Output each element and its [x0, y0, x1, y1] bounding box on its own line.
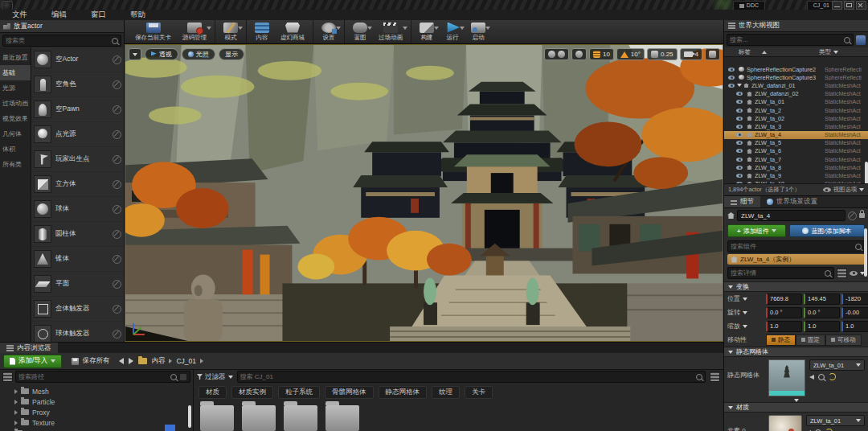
menu-item[interactable]: 窗口	[79, 10, 118, 20]
place-actors-search[interactable]	[2, 35, 121, 47]
search-components-input[interactable]	[731, 243, 853, 250]
visibility-eye-icon[interactable]	[736, 125, 743, 129]
splitter-grip[interactable]	[165, 425, 175, 431]
rotation-axis-value[interactable]: 0.0 °	[804, 307, 840, 318]
content-browser-tab[interactable]: 内容浏览器	[0, 343, 58, 353]
details-scrollbar[interactable]	[864, 228, 867, 277]
breadcrumb-root[interactable]: 内容	[151, 356, 165, 366]
static-mesh-thumbnail[interactable]	[768, 359, 805, 396]
rotation-axis-value[interactable]: 0.0 °	[766, 307, 802, 318]
toolbar-button[interactable]: 虚幻商城	[275, 20, 310, 43]
search-paths[interactable]	[15, 371, 190, 383]
viewport-mode-chip[interactable]: 显示	[219, 48, 244, 60]
location-axis-value[interactable]: -1820	[841, 293, 868, 305]
visibility-eye-icon[interactable]	[728, 76, 735, 80]
viewport-options-dropdown[interactable]	[129, 48, 141, 60]
toolbar-button[interactable]: 模式	[215, 20, 244, 43]
world-space-icon[interactable]	[548, 51, 555, 58]
drag-handle-icon[interactable]	[113, 280, 121, 289]
world-outliner-tab[interactable]: 世界大纲视图	[724, 20, 868, 32]
outliner-scrollbar[interactable]	[865, 162, 868, 184]
outliner-row[interactable]: ZLW_dafanzi_02 StaticMeshAct	[724, 90, 868, 98]
folder-tree-row[interactable]: Proxy	[0, 407, 193, 417]
visibility-eye-icon[interactable]	[736, 133, 743, 137]
outliner-row[interactable]: ZLW_ta_6 StaticMeshAct	[724, 147, 868, 155]
material-dropdown[interactable]: ZLW_ta_01	[806, 415, 865, 426]
search-details-input[interactable]	[731, 269, 822, 277]
search-components[interactable]	[727, 240, 865, 252]
search-paths-input[interactable]	[18, 373, 168, 380]
drag-handle-icon[interactable]	[113, 105, 121, 114]
property-matrix-icon[interactable]	[837, 268, 847, 278]
place-actors-category[interactable]: 体积	[0, 142, 31, 157]
folder-tree-row[interactable]: Particle	[0, 396, 193, 407]
place-actor-item[interactable]: 空Actor	[31, 47, 124, 72]
rotation-axis-value[interactable]: -0.00	[841, 307, 868, 318]
place-actor-item[interactable]: 球体	[31, 197, 124, 222]
place-actor-item[interactable]: 点光源	[31, 122, 124, 147]
location-axis-value[interactable]: 149.45	[804, 293, 840, 305]
camera-speed-icon[interactable]	[684, 51, 693, 57]
asset-folder[interactable]	[200, 405, 234, 431]
scale-snap-icon[interactable]	[651, 51, 658, 58]
visibility-eye-icon[interactable]	[736, 92, 743, 96]
drag-handle-icon[interactable]	[113, 155, 121, 164]
rotation-snap-icon[interactable]	[620, 51, 628, 58]
browse-to-asset-icon[interactable]	[818, 374, 825, 380]
drag-handle-icon[interactable]	[113, 80, 121, 89]
drag-handle-icon[interactable]	[113, 130, 121, 139]
mobility-option-button[interactable]: 可移动	[825, 335, 862, 346]
toolbar-button[interactable]: 内容	[246, 20, 275, 43]
local-space-icon[interactable]	[558, 51, 565, 58]
visibility-eye-icon[interactable]	[736, 109, 743, 113]
actor-name-field[interactable]	[737, 210, 845, 221]
static-mesh-dropdown[interactable]: ZLW_ta_01	[809, 359, 865, 371]
outliner-row[interactable]: ZLW_ta_5 StaticMeshAct	[724, 139, 868, 147]
menu-item[interactable]: 文件	[0, 10, 39, 20]
outliner-search-input[interactable]	[730, 36, 841, 43]
asset-folder[interactable]	[242, 405, 276, 431]
search-details[interactable]	[727, 267, 834, 279]
level-viewport[interactable]: 透视光照显示 10 10° 0.25	[125, 44, 723, 342]
view-settings-icon[interactable]	[710, 371, 720, 382]
view-options-button[interactable]: 视图选项	[823, 186, 864, 194]
outliner-row[interactable]: ZLW_ta_7 StaticMeshAct	[724, 155, 868, 163]
tree-expand-icon[interactable]	[14, 410, 18, 415]
use-selected-icon[interactable]	[809, 375, 814, 380]
outliner-row[interactable]: ZLW_ta_02 StaticMeshAct	[724, 114, 868, 122]
tab-world-settings[interactable]: 世界场景设置	[760, 196, 824, 207]
place-actor-item[interactable]: 玩家出生点	[31, 147, 124, 172]
asset-type-filter[interactable]: 材质	[199, 386, 227, 399]
place-actors-category[interactable]: 基础	[0, 65, 31, 80]
mobility-option-button[interactable]: 固定	[796, 335, 825, 346]
add-component-button[interactable]: + 添加组件	[727, 224, 786, 237]
add-import-button[interactable]: 添加/导入	[3, 355, 62, 368]
place-actors-search-input[interactable]	[6, 37, 109, 44]
edit-icon[interactable]	[848, 211, 857, 220]
place-actors-category[interactable]: 过场动画	[0, 96, 31, 111]
toolbar-button[interactable]: 源码管理	[177, 20, 212, 43]
place-actor-item[interactable]: 锥体	[31, 247, 124, 272]
outliner-row[interactable]: ZLW_ta_9 StaticMeshAct	[724, 171, 868, 179]
sources-panel-icon[interactable]	[2, 371, 13, 382]
toolbar-button[interactable]: 保存当前关卡	[129, 20, 177, 43]
folder-tree-row[interactable]: Map	[0, 428, 193, 431]
save-all-button[interactable]: 保存所有	[67, 355, 114, 367]
tree-scrollbar[interactable]	[188, 405, 191, 428]
place-actor-item[interactable]: 空Pawn	[31, 97, 124, 122]
blueprint-add-script-button[interactable]: 蓝图/添加脚本	[789, 224, 865, 237]
grid-snap-icon[interactable]	[593, 51, 600, 58]
visibility-eye-icon[interactable]	[728, 84, 735, 88]
drag-handle-icon[interactable]	[113, 55, 121, 64]
place-actor-item[interactable]: 立方体	[31, 172, 124, 197]
place-actors-category[interactable]: 光源	[0, 80, 31, 96]
outliner-row[interactable]: ZLW_ta_2 StaticMeshAct	[724, 106, 868, 114]
tree-expand-icon[interactable]	[14, 389, 18, 394]
viewport-mode-chip[interactable]: 透视	[145, 48, 178, 60]
outliner-row[interactable]: ZLW_ta_3 StaticMeshAct	[724, 122, 868, 130]
place-actors-category[interactable]: 所有类	[0, 157, 31, 172]
toolbar-button[interactable]: 过场动画	[373, 20, 408, 43]
filters-button[interactable]: 过滤器	[197, 372, 233, 382]
component-instance-row[interactable]: ZLW_ta_4（实例）	[727, 254, 865, 265]
asset-type-filter[interactable]: 静态网格体	[379, 386, 428, 399]
